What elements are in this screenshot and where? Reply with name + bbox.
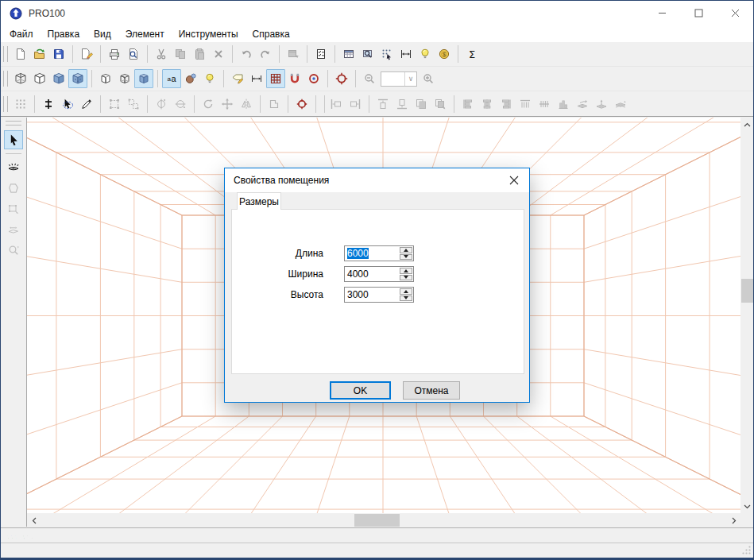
view-wireframe-button[interactable] bbox=[11, 69, 30, 88]
horizontal-scroll-thumb[interactable] bbox=[354, 514, 400, 527]
select-tool-button[interactable] bbox=[58, 95, 77, 114]
view-textured-button[interactable] bbox=[68, 69, 87, 88]
spinner-down-button[interactable] bbox=[400, 254, 412, 261]
field-label: Ширина bbox=[288, 268, 323, 280]
resize-grip[interactable] bbox=[741, 545, 752, 558]
add-element-button[interactable] bbox=[39, 95, 58, 114]
input-height[interactable]: 3000 bbox=[344, 287, 414, 303]
pointer-tool[interactable] bbox=[4, 130, 23, 149]
center-view-button[interactable] bbox=[332, 69, 351, 88]
print-preview-button[interactable] bbox=[124, 44, 143, 64]
copy-button bbox=[171, 44, 190, 64]
menu-item-6[interactable]: Справка bbox=[246, 27, 297, 41]
show-dimensions-button[interactable] bbox=[247, 69, 266, 88]
boxwire-icon bbox=[118, 72, 131, 85]
bulb-icon bbox=[203, 72, 216, 85]
zoomout-icon bbox=[363, 72, 376, 85]
menu-item-3[interactable]: Вид bbox=[87, 27, 118, 41]
prevwin-icon bbox=[362, 48, 374, 60]
show-labels-button[interactable]: aa bbox=[162, 69, 181, 88]
materials-button[interactable] bbox=[181, 69, 200, 88]
save-button[interactable] bbox=[49, 44, 68, 64]
view-hidden-lines-button[interactable] bbox=[30, 69, 49, 88]
ungroup-icon bbox=[127, 98, 140, 110]
vertical-scroll-thumb[interactable] bbox=[741, 279, 753, 303]
dimensions-button[interactable] bbox=[396, 44, 416, 64]
distribute-center-button bbox=[478, 95, 497, 114]
toolbar-separator bbox=[91, 70, 92, 87]
board-tool[interactable] bbox=[4, 158, 23, 177]
close-button[interactable] bbox=[717, 1, 753, 25]
clonearr-icon bbox=[434, 98, 447, 110]
horizontal-scrollbar[interactable] bbox=[27, 513, 740, 527]
menu-item-1[interactable]: Файл bbox=[2, 27, 41, 41]
scroll-left-arrow[interactable] bbox=[27, 513, 41, 527]
toolbar-separator bbox=[157, 70, 158, 87]
scroll-right-arrow[interactable] bbox=[727, 513, 740, 527]
project-properties-button[interactable] bbox=[77, 44, 96, 64]
sum-icon: Σ bbox=[466, 48, 478, 60]
report-icon bbox=[342, 48, 355, 60]
magnet-icon bbox=[288, 72, 301, 85]
scroll-down-arrow[interactable] bbox=[740, 500, 754, 513]
maximize-button[interactable] bbox=[680, 1, 717, 25]
spinner-up-button[interactable] bbox=[400, 288, 412, 295]
show-grid-button[interactable] bbox=[266, 69, 285, 88]
menu-item-5[interactable]: Инструменты bbox=[172, 27, 246, 41]
clone-move-button bbox=[431, 95, 450, 114]
center-point-button[interactable] bbox=[292, 95, 311, 114]
dialog-close-button[interactable] bbox=[504, 171, 524, 190]
report-button[interactable] bbox=[339, 44, 358, 64]
move-icon bbox=[221, 98, 234, 110]
draw-tool-button[interactable] bbox=[77, 95, 96, 114]
spinner-down-button[interactable] bbox=[400, 295, 412, 302]
checklist-button[interactable] bbox=[311, 44, 331, 64]
spinner-up-button[interactable] bbox=[400, 247, 412, 253]
clone-icon bbox=[415, 98, 427, 110]
spinner-up-button[interactable] bbox=[400, 268, 412, 274]
push-to-wall-button bbox=[573, 95, 592, 114]
svg-text:a: a bbox=[172, 74, 177, 83]
select-points-button[interactable] bbox=[377, 44, 396, 64]
snap-center-button[interactable] bbox=[304, 69, 323, 88]
view-box-edges-button[interactable] bbox=[115, 69, 134, 88]
edit-label-button[interactable] bbox=[228, 69, 247, 88]
sidebar-gripper[interactable] bbox=[6, 121, 21, 126]
open-file-button[interactable] bbox=[30, 44, 49, 64]
minimize-button[interactable] bbox=[644, 1, 680, 25]
spinner-down-button[interactable] bbox=[400, 275, 412, 281]
menu-item-4[interactable]: Элемент bbox=[118, 27, 172, 41]
new-file-button[interactable] bbox=[11, 44, 30, 64]
spinner bbox=[400, 268, 412, 280]
light-button[interactable] bbox=[416, 44, 435, 64]
toolbar-separator bbox=[307, 45, 307, 63]
scroll-up-arrow[interactable] bbox=[740, 118, 754, 131]
vertical-scrollbar[interactable] bbox=[740, 118, 754, 513]
toolbar-separator bbox=[72, 45, 73, 63]
menu-item-2[interactable]: Правка bbox=[41, 27, 87, 41]
dimension-icon bbox=[250, 72, 263, 85]
view-tab-label: Вид спереди bbox=[1, 531, 55, 540]
cancel-button[interactable]: Отмена bbox=[403, 381, 460, 400]
price-list-button[interactable]: $ bbox=[435, 44, 454, 64]
input-width[interactable]: 4000 bbox=[344, 266, 414, 282]
window-title: PRO100 bbox=[29, 8, 65, 19]
print-button[interactable] bbox=[105, 44, 124, 64]
view-box-wire-button[interactable] bbox=[96, 69, 115, 88]
view-tab-label: Перспектива bbox=[13, 531, 68, 540]
triangle-up-icon bbox=[404, 249, 408, 252]
view-tab-label: Вид справа bbox=[0, 531, 48, 540]
zoom-level-combo: ∨ bbox=[381, 71, 417, 87]
input-length[interactable]: 6000 bbox=[344, 245, 414, 261]
lighting-button[interactable] bbox=[200, 69, 219, 88]
view-solid-button[interactable] bbox=[49, 69, 68, 88]
summary-button[interactable]: Σ bbox=[462, 44, 481, 64]
toolbar-standard: $Σ bbox=[1, 42, 753, 67]
snap-button[interactable] bbox=[285, 69, 304, 88]
price-icon: $ bbox=[438, 48, 450, 60]
preview-window-button[interactable] bbox=[358, 44, 377, 64]
ok-button[interactable]: OK bbox=[330, 381, 391, 400]
view-box-solid-button[interactable] bbox=[134, 69, 153, 88]
tab-dimensions[interactable]: Размеры bbox=[237, 192, 281, 210]
align-bottom-button bbox=[392, 95, 412, 114]
